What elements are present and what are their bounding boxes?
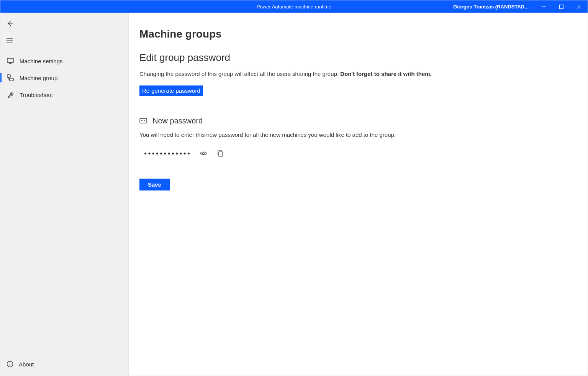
back-button[interactable] [0,15,19,32]
machine-group-icon [7,74,14,82]
reveal-password-button[interactable] [199,149,208,158]
nav-item-machine-settings[interactable]: Machine settings [0,53,128,69]
section-description: Changing the password of this group will… [139,71,572,77]
new-password-description: You will need to enter this new password… [139,131,572,138]
app-window: Power Automate machine runtime Giorgos T… [0,0,588,376]
svg-point-16 [141,120,142,121]
copy-icon [216,149,224,157]
info-icon [7,361,13,368]
eye-icon [200,149,207,157]
section-description-text: Changing the password of this group will… [139,71,340,77]
main-content: Machine groups Edit group password Chang… [129,13,588,376]
titlebar: Power Automate machine runtime Giorgos T… [0,0,588,13]
svg-point-17 [142,120,143,121]
sidebar: Machine settings Machine group Troublesh… [0,13,129,376]
menu-toggle-button[interactable] [0,32,19,49]
svg-rect-7 [7,58,13,62]
new-password-header: New password [139,117,572,125]
minimize-icon [542,5,546,9]
back-arrow-icon [6,20,13,27]
nav-label: Machine settings [20,58,63,64]
minimize-button[interactable] [535,0,552,13]
svg-rect-10 [7,75,10,77]
wrench-icon [7,91,14,99]
close-icon [577,5,581,9]
nav-list: Machine settings Machine group Troublesh… [0,53,128,103]
page-title: Machine groups [139,28,572,40]
hamburger-icon [6,37,13,44]
section-title: Edit group password [139,52,572,64]
regenerate-password-button[interactable]: Re-generate password [139,85,203,96]
copy-password-button[interactable] [216,149,225,158]
maximize-icon [559,5,563,9]
svg-point-14 [10,363,10,363]
svg-rect-11 [10,78,13,81]
section-description-bold: Don't forget to share it with them. [340,71,432,77]
new-password-title: New password [152,117,203,125]
svg-point-19 [202,153,204,154]
password-field-icon [139,118,147,124]
save-button[interactable]: Save [139,179,170,190]
nav-label: Troubleshoot [20,92,53,98]
svg-rect-20 [219,152,223,156]
svg-rect-1 [559,5,563,8]
close-button[interactable] [570,0,588,13]
about-label: About [19,361,34,368]
svg-point-18 [144,120,145,121]
password-row: ●●●●●●●●●●●● [139,149,572,158]
nav-item-machine-group[interactable]: Machine group [0,69,128,86]
nav-label: Machine group [20,75,57,81]
about-button[interactable]: About [0,356,128,372]
user-name-label[interactable]: Giorgos Trantzas (RANDSTAD... [453,4,529,10]
password-value-masked: ●●●●●●●●●●●● [144,151,191,156]
nav-item-troubleshoot[interactable]: Troubleshoot [0,86,128,103]
monitor-icon [7,57,14,65]
maximize-button[interactable] [552,0,570,13]
